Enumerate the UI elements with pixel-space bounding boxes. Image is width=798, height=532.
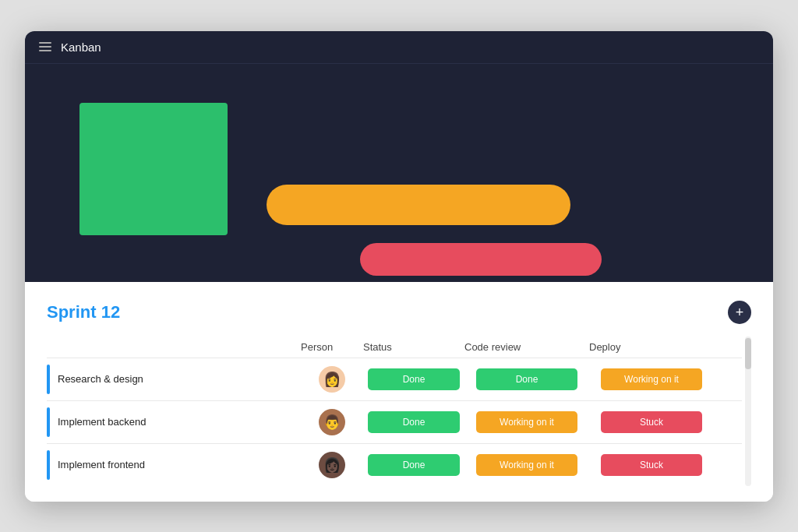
- avatar: 👨: [319, 409, 345, 435]
- deploy-badge: Stuck: [601, 454, 702, 476]
- status-badge: Done: [368, 368, 460, 390]
- orange-bar: [267, 185, 570, 225]
- table-row: Implement backend 👨 Done Working on it S…: [47, 400, 742, 443]
- deploy-cell: Stuck: [589, 411, 714, 433]
- sprint-title: Sprint 12: [47, 302, 120, 322]
- code-review-badge: Working on it: [476, 454, 577, 476]
- page-title: Kanban: [61, 41, 101, 54]
- table-body: Research & design 👩 Done Done Working on…: [47, 358, 742, 486]
- task-cell: Implement backend: [47, 407, 301, 437]
- code-review-badge: Working on it: [476, 411, 577, 433]
- app-window: Kanban Sprint 12 + Person Status Code re…: [25, 31, 773, 502]
- code-review-cell: Done: [464, 368, 589, 390]
- code-review-cell: Working on it: [464, 411, 589, 433]
- task-left-bar: [47, 407, 50, 437]
- col-header-scroll: [714, 341, 742, 353]
- hamburger-icon[interactable]: [39, 42, 51, 51]
- table-row: Research & design 👩 Done Done Working on…: [47, 358, 742, 400]
- status-cell: Done: [363, 454, 464, 476]
- table-row: Implement frontend 👩🏿 Done Working on it…: [47, 443, 742, 486]
- deploy-cell: Stuck: [589, 454, 714, 476]
- task-left-bar: [47, 450, 50, 480]
- code-review-cell: Working on it: [464, 454, 589, 476]
- scrollbar-thumb[interactable]: [745, 338, 751, 369]
- status-badge: Done: [368, 454, 460, 476]
- red-bar: [360, 243, 602, 276]
- avatar: 👩: [319, 366, 345, 393]
- person-cell: 👩🏿: [301, 452, 363, 478]
- deploy-badge: Stuck: [601, 411, 702, 433]
- col-header-task: [55, 341, 301, 353]
- status-cell: Done: [363, 411, 464, 433]
- title-bar: Kanban: [25, 31, 773, 64]
- col-header-deploy: Deploy: [589, 341, 714, 353]
- col-header-person: Person: [301, 341, 363, 353]
- table-header: Person Status Code review Deploy: [47, 336, 742, 358]
- code-review-badge: Done: [476, 368, 577, 390]
- person-cell: 👩: [301, 366, 363, 393]
- col-header-code-review: Code review: [464, 341, 589, 353]
- task-cell: Research & design: [47, 365, 301, 394]
- status-cell: Done: [363, 368, 464, 390]
- table-main: Person Status Code review Deploy Researc…: [47, 336, 742, 486]
- table-section: Sprint 12 + Person Status Code review De…: [25, 282, 773, 502]
- task-cell: Implement frontend: [47, 450, 301, 480]
- task-left-bar: [47, 365, 50, 394]
- green-block: [79, 103, 228, 235]
- table-container: Person Status Code review Deploy Researc…: [47, 336, 751, 486]
- add-row-button[interactable]: +: [728, 301, 751, 324]
- avatar: 👩🏿: [319, 452, 345, 478]
- task-name: Research & design: [58, 373, 143, 385]
- person-cell: 👨: [301, 409, 363, 435]
- col-header-status: Status: [363, 341, 464, 353]
- deploy-cell: Working on it: [589, 368, 714, 390]
- deploy-badge: Working on it: [601, 368, 702, 390]
- task-name: Implement backend: [58, 416, 146, 428]
- task-name: Implement frontend: [58, 459, 145, 470]
- status-badge: Done: [368, 411, 460, 433]
- sprint-header: Sprint 12 +: [47, 301, 751, 324]
- scrollbar-track[interactable]: [745, 336, 751, 486]
- kanban-visual-area: [25, 64, 773, 282]
